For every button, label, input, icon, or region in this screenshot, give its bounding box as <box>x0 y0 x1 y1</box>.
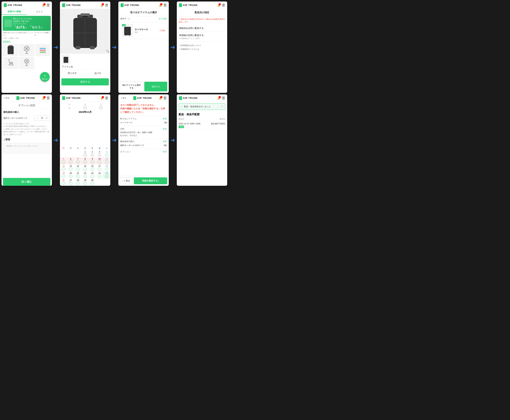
cardboard-label: 無料ダンボール110サイズ <box>3 117 27 120</box>
svg-rect-43 <box>64 62 65 63</box>
cal-cell-27[interactable]: 27 ○ <box>67 179 75 186</box>
cardboard-section-label: 梱包資材の購入 <box>120 140 135 143</box>
items-change-btn[interactable]: 変更 <box>163 117 167 120</box>
prev-month-table: 29 △ 30 ○ 31 ○ <box>62 103 109 110</box>
multiple-select-link[interactable]: 複数選択 <box>1 40 52 43</box>
delivery-option-new[interactable]: 未登録の住所に配送する ※全国発送サービス（有料） › <box>177 32 227 42</box>
menu-icon-5[interactable]: ☰ <box>47 96 50 100</box>
bell-container-1[interactable]: 🔔 1 <box>42 4 45 7</box>
give-btn[interactable]: あげる <box>85 70 110 77</box>
item-stroller[interactable] <box>3 57 18 69</box>
delivery-option-registered[interactable]: 登録済み住所に配送する › <box>177 25 227 32</box>
datetime-label: 日時 <box>120 128 124 130</box>
cal-cell-17[interactable]: 17 ○ <box>96 165 103 172</box>
tab-storage[interactable]: 保管中の荷物 <box>1 9 27 15</box>
cardboard-change-btn[interactable]: 変更 <box>163 140 167 143</box>
bell-container-6[interactable]: 🔔 1 <box>100 97 103 99</box>
header-right-7: 🔔 1 ☰ <box>159 96 167 100</box>
datetime-change-btn[interactable]: 変更 <box>163 128 167 130</box>
bell-container-3[interactable]: 🔔 1 <box>159 4 162 7</box>
cal-cell-19[interactable]: 19 ○ <box>60 172 67 179</box>
clear-all-btn[interactable]: 全て削除 <box>159 17 167 20</box>
menu-icon-1[interactable]: ☰ <box>47 3 50 7</box>
cal-cell-23[interactable]: 23 ○ <box>89 172 96 179</box>
back-link-7[interactable]: < 戻る <box>121 97 126 99</box>
menu-icon-3[interactable]: ☰ <box>163 3 167 7</box>
product-main-image: 🔍 <box>60 9 110 54</box>
bell-badge-3: 1 <box>160 3 162 5</box>
help-link-2[interactable]: 全国発送サービスとは <box>179 47 225 51</box>
delivery-opt-label-1: 登録済み住所に配送する <box>179 27 204 30</box>
confirm-options-header: オプション 変更 <box>120 150 167 153</box>
notes-input[interactable]: ご要望がございましたらご記入ください <box>3 143 50 153</box>
cal-cell-7[interactable]: 7 ○ <box>74 158 82 165</box>
back-link-5[interactable]: < 戻る <box>4 97 9 99</box>
cal-cell-25[interactable]: 25 ○ <box>103 172 110 179</box>
cal-cell-1[interactable]: 1 ○ <box>82 150 89 158</box>
bell-container-8[interactable]: 🔔 1 <box>217 97 220 99</box>
tab-receive[interactable]: もらう <box>27 9 52 14</box>
cal-cell-30b[interactable]: 30 ○ <box>89 179 96 186</box>
cal-cell-5[interactable]: 5 ○ <box>60 158 67 165</box>
cal-cell-2[interactable]: 2 ○ <box>89 150 96 158</box>
cal-cell-14[interactable]: 14 ○ <box>74 165 82 172</box>
cal-cell-12[interactable]: 12 ○ <box>60 165 67 172</box>
cal-cell-11[interactable]: 11 ○ <box>103 158 110 165</box>
retrieve-btn[interactable]: 取り出す <box>60 70 85 77</box>
th-wed: 水 <box>82 146 89 150</box>
item-suitcase[interactable] <box>3 44 18 56</box>
cal-cell-10[interactable]: 10 ○ <box>96 158 103 165</box>
menu-icon-8[interactable]: ☰ <box>222 96 225 100</box>
confirm-btn[interactable]: 確定する <box>144 82 167 91</box>
bell-container-4[interactable]: 🔔 1 <box>217 4 220 7</box>
menu-icon-4[interactable]: ☰ <box>222 3 225 7</box>
fab-deposit[interactable]: ＋ 預ける <box>40 72 50 82</box>
cal-cell-22[interactable]: 22 ○ <box>82 172 89 179</box>
stepper-minus[interactable]: － <box>35 116 39 120</box>
menu-icon-2[interactable]: ☰ <box>105 3 108 7</box>
menu-icon-6[interactable]: ☰ <box>105 96 108 100</box>
save-btn[interactable]: 保存する <box>62 78 109 85</box>
cal-cell-24[interactable]: 24 ○ <box>96 172 103 179</box>
item-fan2[interactable] <box>19 57 34 69</box>
cal-cell-4[interactable]: 4 ○ <box>103 150 110 158</box>
confirm-submit-btn[interactable]: 依頼を確定する › <box>134 177 167 184</box>
cal-cell-9[interactable]: 9 ○ <box>89 158 96 165</box>
next-btn[interactable]: 次へ進む <box>3 178 50 186</box>
add-more-btn[interactable]: 他のアイテムも選択する <box>120 82 143 91</box>
confirm-options-section: オプション 変更 <box>118 149 169 155</box>
item-clothes[interactable] <box>35 44 50 56</box>
new-badge: 返送 <box>122 24 126 26</box>
hist-detail-badge[interactable]: 詳細 <box>179 126 184 128</box>
cal-cell-20[interactable]: 20 ○ <box>67 172 75 179</box>
header-4: AIR TRUNK 🔔 1 ☰ <box>177 1 227 9</box>
bell-container-7[interactable]: 🔔 1 <box>159 97 162 99</box>
cal-cell-15[interactable]: 15 ○ <box>82 165 89 172</box>
logo-icon-4 <box>179 3 182 7</box>
cal-cell-6[interactable]: 6 ○ <box>67 158 75 165</box>
cal-cell-29b[interactable]: 29 ○ <box>82 179 89 186</box>
cal-cell-8[interactable]: 8 ○ <box>82 158 89 165</box>
bell-container-2[interactable]: 🔔 1 <box>100 4 103 7</box>
item-fan[interactable] <box>19 44 34 56</box>
cal-cell-28[interactable]: 28 ○ <box>74 179 82 186</box>
zoom-icon[interactable]: 🔍 <box>106 50 109 52</box>
cal-cell-16[interactable]: 16 ○ <box>89 165 96 172</box>
success-close-btn[interactable]: ✕ <box>221 105 223 108</box>
hist-detail-badge-container[interactable]: 詳細 <box>179 126 201 128</box>
bell-container-5[interactable]: 🔔 1 <box>42 97 45 99</box>
stepper-plus[interactable]: ＋ <box>45 116 49 120</box>
cal-cell-3[interactable]: 3 ○ <box>96 150 103 158</box>
cal-cell-13[interactable]: 13 ○ <box>67 165 75 172</box>
mypage-link[interactable]: 🛡 マイページの使い方 <box>34 31 50 36</box>
options-change-btn[interactable]: 変更 <box>163 150 167 153</box>
cal-cell-21[interactable]: 21 ○ <box>74 172 82 179</box>
menu-icon-7[interactable]: ☰ <box>163 96 167 100</box>
cal-status-10: ○ <box>98 160 101 164</box>
cal-cell-26[interactable]: 26 ○ <box>60 179 67 186</box>
product-thumb-1[interactable] <box>62 55 70 64</box>
delete-item-btn[interactable]: ✕ 削除 <box>159 29 165 32</box>
confirm-back-btn[interactable]: ‹ < 戻る <box>120 177 133 184</box>
cal-cell-18[interactable]: 18 ○ <box>103 165 110 172</box>
help-link-1[interactable]: 住所変更の仕方について <box>179 44 225 47</box>
